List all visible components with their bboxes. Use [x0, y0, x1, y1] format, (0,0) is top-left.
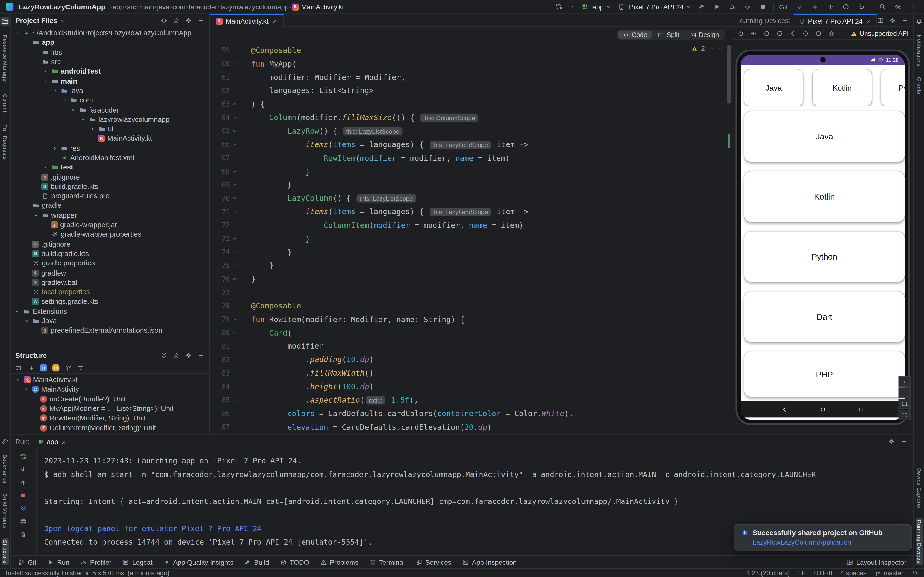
hide-panel-icon[interactable] — [900, 438, 908, 445]
fold-marker-icon[interactable] — [230, 102, 239, 107]
more-options-icon[interactable] — [908, 2, 918, 12]
close-tab-icon[interactable] — [866, 18, 871, 24]
tool-stripe-item-notifications[interactable]: Notifications — [915, 33, 922, 69]
tree-chevron-icon[interactable] — [14, 31, 20, 35]
zoom-in-button[interactable]: + — [899, 376, 911, 387]
line-number[interactable]: 87 — [210, 423, 230, 431]
structure-panel-header[interactable]: Structure — [11, 349, 209, 362]
tree-chevron-icon[interactable] — [42, 69, 48, 74]
line-number[interactable]: 70 — [210, 194, 230, 202]
stop-button[interactable] — [19, 492, 27, 500]
stop-button[interactable] — [758, 2, 768, 12]
line-number[interactable]: 81 — [210, 342, 230, 350]
build-button[interactable] — [696, 2, 707, 12]
tree-item[interactable]: {}predefinedExternalAnnotations.json — [11, 326, 209, 335]
tree-item[interactable]: monCreate(Bundle?): Unit — [11, 394, 209, 404]
tree-item[interactable]: app — [11, 38, 209, 47]
notifications-bell-icon[interactable] — [914, 17, 924, 26]
fold-marker-icon[interactable] — [230, 276, 239, 282]
line-number[interactable]: 60 — [210, 60, 230, 68]
tree-item[interactable]: $gradlew.bat — [11, 278, 209, 287]
project-panel-header[interactable]: Project Files — [11, 14, 209, 27]
file-encoding[interactable]: UTF-8 — [814, 569, 832, 576]
line-number[interactable]: 66 — [210, 140, 230, 148]
line-number[interactable]: 83 — [210, 369, 230, 377]
fold-marker-icon[interactable] — [230, 209, 239, 214]
tree-chevron-icon[interactable] — [24, 203, 29, 208]
nav-home-icon[interactable] — [819, 406, 826, 413]
scroll-up-icon[interactable] — [19, 479, 27, 486]
tree-item[interactable]: CMainActivity — [11, 385, 209, 394]
line-number[interactable]: 77 — [210, 288, 230, 297]
tree-item[interactable]: g.gitignore — [11, 172, 209, 182]
collapse-all-icon[interactable] — [173, 352, 180, 359]
rerun-button[interactable] — [19, 453, 27, 460]
fold-marker-icon[interactable] — [230, 128, 239, 134]
fold-marker-icon[interactable] — [230, 61, 239, 66]
line-number[interactable]: 75 — [210, 261, 230, 269]
next-problem-icon[interactable] — [718, 45, 724, 52]
lazy-column-card[interactable]: PHP — [744, 351, 905, 397]
locate-file-icon[interactable] — [160, 17, 167, 24]
home-button-icon[interactable] — [802, 30, 809, 37]
rotate-right-icon[interactable] — [776, 30, 783, 37]
view-mode-split[interactable]: Split — [653, 31, 684, 39]
nav-back-icon[interactable] — [781, 406, 788, 413]
nav-recents-icon[interactable] — [858, 406, 864, 413]
lazy-row-card[interactable]: Python — [881, 69, 905, 106]
line-number[interactable]: 79 — [210, 315, 230, 323]
tree-item[interactable]: com — [11, 95, 209, 105]
hide-panel-icon[interactable] — [197, 17, 204, 24]
tool-stripe-item-gradle[interactable]: Gradle — [915, 76, 922, 97]
overview-button-icon[interactable] — [815, 30, 822, 37]
breadcrumb-item[interactable]: lazyrowlazycolumnapp — [220, 3, 289, 10]
tree-item[interactable]: Gbuild.gradle.kts — [11, 182, 209, 191]
project-tool-icon[interactable] — [0, 17, 10, 26]
tree-item[interactable]: Java — [11, 316, 209, 326]
lazy-column-card[interactable]: Kotlin — [744, 171, 905, 222]
tree-chevron-icon[interactable] — [33, 60, 39, 64]
show-properties-badge[interactable]: p — [40, 364, 47, 371]
run-tab-app[interactable]: app — [34, 435, 70, 448]
tree-item[interactable]: test — [11, 163, 209, 172]
tree-item[interactable]: $gradlew — [11, 268, 209, 278]
tree-item[interactable]: main — [11, 76, 209, 86]
close-tab-icon[interactable] — [61, 439, 66, 444]
lazy-column-card[interactable]: Java — [744, 111, 905, 162]
tree-item[interactable]: mColumnItem(Modifier, String): Unit — [11, 423, 209, 433]
tool-stripe-item-running-devices[interactable]: Running Devices — [915, 518, 922, 565]
scroll-to-end-icon[interactable] — [19, 504, 27, 513]
tool-stripe-item-bookmarks[interactable]: Bookmarks — [2, 453, 8, 485]
breadcrumb-item[interactable]: faracoder — [189, 3, 217, 10]
git-commit-check-icon[interactable] — [795, 2, 805, 12]
tool-stripe-item-pull-requests[interactable]: Pull Requests — [2, 122, 8, 162]
breadcrumb-item[interactable]: com — [173, 3, 185, 10]
tree-item[interactable]: Gsettings.gradle.kts — [11, 297, 209, 306]
line-number[interactable]: 64 — [210, 113, 230, 122]
line-number[interactable]: 65 — [210, 127, 230, 135]
line-number[interactable]: 82 — [210, 356, 230, 364]
line-number[interactable]: 63 — [210, 100, 230, 108]
tree-item[interactable]: androidTest — [11, 67, 209, 76]
tree-chevron-icon[interactable] — [42, 79, 48, 84]
tree-chevron-icon[interactable] — [24, 319, 29, 323]
screenshot-icon[interactable] — [828, 30, 835, 37]
tool-window-button-problems[interactable]: Problems — [320, 558, 359, 566]
view-mode-design[interactable]: Design — [685, 31, 724, 39]
tree-chevron-icon[interactable] — [61, 98, 67, 103]
line-number[interactable]: 69 — [210, 181, 230, 189]
inspections-widget[interactable]: 2 — [691, 45, 724, 52]
fold-marker-icon[interactable] — [230, 397, 239, 403]
fold-marker-icon[interactable] — [230, 169, 239, 174]
tree-item[interactable]: g.gitignore — [11, 239, 209, 249]
sync-chevron-icon[interactable] — [569, 2, 575, 12]
phone-screen[interactable]: 11:28 JavaKotlinPython JavaKotlinPythonD… — [741, 55, 905, 420]
power-button-icon[interactable] — [737, 30, 744, 37]
tree-item[interactable]: faracoder — [11, 105, 209, 115]
github-notification[interactable]: Successfully shared project on GitHub La… — [734, 524, 912, 551]
git-update-icon[interactable] — [810, 2, 820, 12]
fold-marker-icon[interactable] — [230, 182, 239, 187]
tool-window-button-git[interactable]: Git — [18, 558, 36, 566]
panel-options-icon[interactable] — [185, 17, 192, 24]
line-number[interactable]: 73 — [210, 234, 230, 243]
